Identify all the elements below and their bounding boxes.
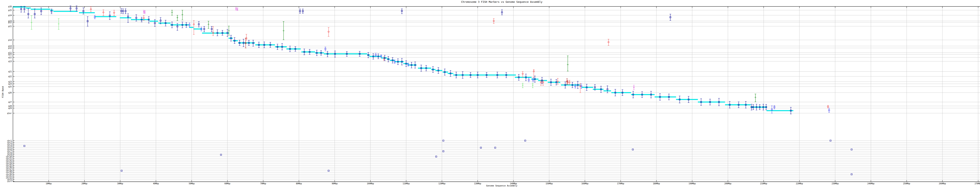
x-tick-label: 190Mbp	[689, 183, 695, 185]
x-tick-label: 270Mbp	[975, 183, 980, 185]
y-tick-label: p14	[8, 39, 12, 41]
y-tick-label: p25	[8, 9, 12, 11]
x-tick-label: 110Mbp	[402, 183, 410, 185]
x-tick-label: 240Mbp	[867, 183, 874, 185]
y-tick-label: q28	[8, 105, 12, 107]
x-tick-label: 60Mbp	[224, 183, 230, 185]
x-tick-label: 130Mbp	[474, 183, 481, 185]
x-tick-label: 230Mbp	[832, 183, 839, 185]
series-RPCI	[143, 8, 635, 90]
y-tick-label: p26	[8, 5, 12, 8]
y-tick-label: p22	[8, 21, 12, 24]
y-tick-label: q23	[8, 81, 12, 83]
y-tick-label: q13	[8, 60, 12, 62]
y-tick-label: q27	[8, 101, 12, 103]
y-tick-label: q21	[8, 71, 12, 73]
x-tick-label: 100Mbp	[367, 183, 374, 185]
x-tick-label: 140Mbp	[510, 183, 517, 185]
y-tick-label: p24	[8, 14, 12, 16]
x-tick-label: 50Mbp	[189, 183, 195, 185]
x-tick-label: 260Mbp	[939, 183, 946, 185]
x-tick-label: 120Mbp	[439, 183, 445, 185]
y-tick-label: q24	[8, 83, 12, 85]
x-tick-label: 40Mbp	[153, 183, 159, 185]
y-tick-label: q25	[8, 85, 12, 88]
chart-root: Chromosome 3 FISH Markers vs Genome Sequ…	[0, 0, 980, 188]
y-tick-label: q11	[8, 54, 12, 55]
series-UCSF	[171, 10, 756, 102]
x-tick-label: 80Mbp	[296, 183, 302, 185]
series-NCI	[94, 15, 830, 113]
x-tick-label: 70Mbp	[260, 183, 266, 185]
x-tick-label: 10Mbp	[46, 183, 51, 185]
x-tick-label: 180Mbp	[653, 183, 660, 185]
y-tick-label: q22	[8, 76, 12, 77]
x-tick-label: 170Mbp	[617, 183, 624, 185]
x-tick-label: 210Mbp	[760, 183, 767, 185]
plot-border	[13, 6, 980, 182]
assembly-line	[13, 7, 794, 111]
x-tick-label: 150Mbp	[546, 183, 553, 185]
y-tick-label: q29	[8, 107, 12, 109]
series-LANL	[30, 16, 533, 88]
x-tick-label: 90Mbp	[332, 183, 337, 185]
plot-area: 10Mbp20Mbp30Mbp40Mbp50Mbp60Mbp70Mbp80Mbp…	[0, 0, 980, 188]
axes: 10Mbp20Mbp30Mbp40Mbp50Mbp60Mbp70Mbp80Mbp…	[6, 5, 980, 185]
y-tick-label: chrY	[7, 180, 12, 183]
x-tick-label: 200Mbp	[724, 183, 732, 185]
y-tick-label: p21	[8, 25, 12, 27]
y-tick-label: p12	[8, 47, 12, 49]
x-tick-label: 30Mbp	[117, 183, 123, 185]
x-tick-label: 160Mbp	[581, 183, 589, 185]
x-tick-label: 250Mbp	[903, 183, 910, 185]
x-tick-label: 20Mbp	[81, 183, 88, 185]
series-FHCRC	[21, 6, 852, 175]
y-tick-label: q12	[8, 56, 12, 58]
y-tick-label: q26	[8, 92, 12, 94]
x-tick-label: 220Mbp	[796, 183, 803, 185]
y-tick-label: qter	[7, 112, 12, 114]
gridlines	[13, 6, 980, 182]
